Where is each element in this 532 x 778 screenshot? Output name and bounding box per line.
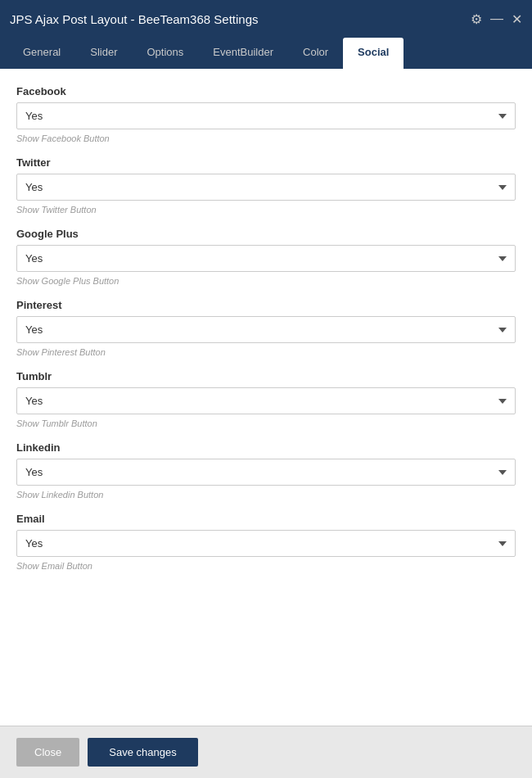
field-group-facebook: FacebookYesNoShow Facebook Button	[16, 85, 516, 143]
select-twitter[interactable]: YesNo	[16, 174, 516, 201]
close-button[interactable]: Close	[16, 738, 79, 767]
label-tumblr: Tumblr	[16, 370, 516, 382]
hint-googleplus: Show Google Plus Button	[16, 276, 516, 286]
nav-tabs: GeneralSliderOptionsEventBuilderColorSoc…	[0, 38, 532, 69]
label-pinterest: Pinterest	[16, 299, 516, 311]
field-group-twitter: TwitterYesNoShow Twitter Button	[16, 156, 516, 215]
settings-icon[interactable]: ⚙	[471, 11, 482, 27]
window-controls: ⚙ — ✕	[471, 11, 522, 27]
tab-eventbuilder[interactable]: EventBuilder	[198, 38, 288, 69]
settings-window: JPS Ajax Post Layout - BeeTeam368 Settin…	[0, 0, 532, 778]
select-facebook[interactable]: YesNo	[16, 102, 516, 129]
hint-linkedin: Show Linkedin Button	[16, 490, 516, 500]
field-group-linkedin: LinkedinYesNoShow Linkedin Button	[16, 441, 516, 500]
content-area: FacebookYesNoShow Facebook ButtonTwitter…	[0, 69, 532, 726]
window-title: JPS Ajax Post Layout - BeeTeam368 Settin…	[10, 12, 259, 26]
tab-options[interactable]: Options	[133, 38, 199, 69]
minimize-icon[interactable]: —	[490, 11, 503, 26]
tab-slider[interactable]: Slider	[75, 38, 132, 69]
tab-general[interactable]: General	[8, 38, 75, 69]
save-button[interactable]: Save changes	[88, 738, 197, 767]
hint-tumblr: Show Tumblr Button	[16, 418, 516, 428]
hint-facebook: Show Facebook Button	[16, 133, 516, 143]
field-group-googleplus: Google PlusYesNoShow Google Plus Button	[16, 228, 516, 286]
tab-social[interactable]: Social	[343, 38, 404, 69]
select-googleplus[interactable]: YesNo	[16, 245, 516, 272]
close-window-icon[interactable]: ✕	[512, 11, 522, 27]
select-email[interactable]: YesNo	[16, 530, 516, 557]
hint-twitter: Show Twitter Button	[16, 205, 516, 215]
field-group-pinterest: PinterestYesNoShow Pinterest Button	[16, 299, 516, 357]
label-googleplus: Google Plus	[16, 228, 516, 240]
footer: Close Save changes	[0, 726, 532, 778]
label-facebook: Facebook	[16, 85, 516, 97]
title-bar: JPS Ajax Post Layout - BeeTeam368 Settin…	[0, 0, 532, 38]
select-linkedin[interactable]: YesNo	[16, 459, 516, 486]
label-twitter: Twitter	[16, 156, 516, 169]
hint-email: Show Email Button	[16, 561, 516, 571]
field-group-tumblr: TumblrYesNoShow Tumblr Button	[16, 370, 516, 428]
select-tumblr[interactable]: YesNo	[16, 387, 516, 414]
tab-color[interactable]: Color	[288, 38, 343, 69]
select-pinterest[interactable]: YesNo	[16, 316, 516, 343]
field-group-email: EmailYesNoShow Email Button	[16, 513, 516, 571]
label-linkedin: Linkedin	[16, 441, 516, 454]
label-email: Email	[16, 513, 516, 525]
hint-pinterest: Show Pinterest Button	[16, 347, 516, 357]
